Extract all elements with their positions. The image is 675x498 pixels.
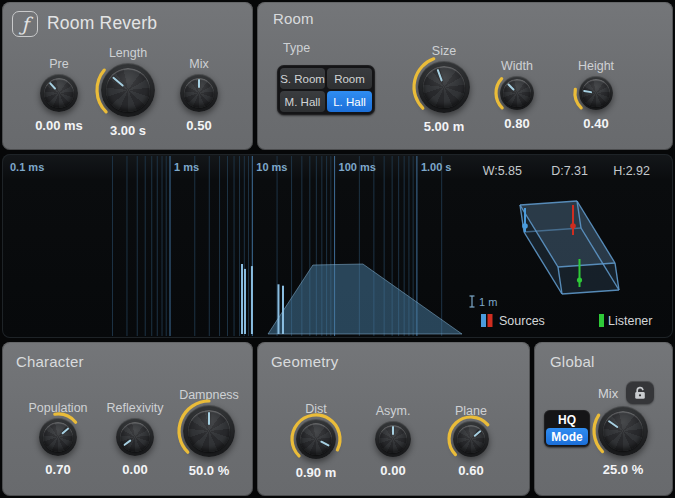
dampness-knob[interactable] xyxy=(183,405,235,457)
time-axis-labels: 0.1 ms1 ms10 ms100 ms1.00 s xyxy=(10,161,451,173)
asym-knob[interactable] xyxy=(375,421,411,457)
width-knob-group: Width 0.80 xyxy=(472,59,562,131)
panel-global: Global Mix HQ Mode 25.0 % xyxy=(534,342,673,496)
svg-text:W:5.85: W:5.85 xyxy=(483,164,522,178)
asym-knob-group: Asym. 0.00 xyxy=(348,404,438,478)
panel-room-reverb: ƒ Room Reverb Pre 0.00 ms Length 3.00 s … xyxy=(2,2,253,150)
listener-legend-label: Listener xyxy=(608,314,652,328)
room-box-front-face xyxy=(558,263,619,294)
height-knob-group: Height 0.40 xyxy=(551,59,641,131)
population-knob[interactable] xyxy=(39,418,77,456)
svg-text:D:7.31: D:7.31 xyxy=(551,164,588,178)
global-mix-knob[interactable] xyxy=(598,406,648,456)
pre-knob[interactable] xyxy=(40,74,78,112)
asym-knob-label: Asym. xyxy=(376,404,411,421)
knob-pointer xyxy=(588,396,658,466)
svg-text:0.1 ms: 0.1 ms xyxy=(10,161,44,173)
scale-indicator: 1 m xyxy=(470,296,498,308)
width-knob-value: 0.80 xyxy=(504,116,529,131)
global-mix-knob-group: 25.0 % xyxy=(578,406,668,477)
room-type-label: Type xyxy=(283,41,310,55)
svg-text:10 ms: 10 ms xyxy=(256,161,287,173)
mix-knob-label: Mix xyxy=(189,57,208,74)
geometry-panel-title: Geometry xyxy=(271,353,338,370)
room-type-s-room-button[interactable]: S. Room xyxy=(280,68,325,89)
reflexivity-knob-value: 0.00 xyxy=(122,462,147,477)
height-knob-value: 0.40 xyxy=(583,116,608,131)
svg-text:1 m: 1 m xyxy=(479,296,497,308)
source-marker-dot xyxy=(570,223,576,229)
room-reverb-plugin-window: ƒ Room Reverb Pre 0.00 ms Length 3.00 s … xyxy=(0,0,675,498)
knob-pointer xyxy=(576,73,615,112)
mix-knob[interactable] xyxy=(180,74,218,112)
global-mix-knob-value: 25.0 % xyxy=(603,462,643,477)
listener-legend-swatch xyxy=(599,314,604,327)
fender-logo-glyph: ƒ xyxy=(21,13,28,35)
room-type-m-hall-button[interactable]: M. Hall xyxy=(280,91,325,112)
plane-knob-value: 0.60 xyxy=(458,463,483,478)
knob-pointer xyxy=(183,405,235,457)
sources-legend-swatch xyxy=(488,314,493,327)
svg-text:1.00 s: 1.00 s xyxy=(421,161,452,173)
legend: SourcesListener xyxy=(481,314,652,328)
knob-pointer xyxy=(493,69,541,117)
knob-pointer xyxy=(32,66,86,120)
panel-geometry: Geometry Dist 0.90 m Asym. 0.00 Plane 0.… xyxy=(257,342,530,496)
fender-logo: ƒ xyxy=(12,11,38,37)
mix-knob-group: Mix 0.50 xyxy=(154,57,244,133)
knob-pointer xyxy=(289,412,343,466)
panel-room: Room Type S. Room Room M. Hall L. Hall S… xyxy=(257,2,673,150)
dampness-knob-group: Dampness 50.0 % xyxy=(164,388,254,478)
length-knob[interactable] xyxy=(101,63,155,117)
knob-pointer xyxy=(446,414,497,465)
pre-knob-value: 0.00 ms xyxy=(35,118,83,133)
population-knob-value: 0.70 xyxy=(45,462,70,477)
character-panel-title: Character xyxy=(16,353,84,370)
room-3d-preview xyxy=(520,201,619,294)
size-knob-value: 5.00 m xyxy=(424,119,464,134)
dampness-knob-value: 50.0 % xyxy=(189,463,229,478)
knob-pointer xyxy=(180,74,218,112)
ir-and-room-display[interactable]: 0.1 ms1 ms10 ms100 ms1.00 sW:5.85D:7.31H… xyxy=(2,154,673,338)
room-dimensions-readout: W:5.85D:7.31H:2.92 xyxy=(483,164,650,178)
plugin-title: Room Reverb xyxy=(47,13,157,34)
panel-character: Character Population 0.70 Reflexivity 0.… xyxy=(2,342,253,496)
knob-pointer xyxy=(411,54,478,121)
svg-text:1 ms: 1 ms xyxy=(174,161,199,173)
lock-button[interactable] xyxy=(626,381,654,404)
mix-knob-value: 0.50 xyxy=(186,118,211,133)
reverb-envelope xyxy=(268,264,462,334)
svg-text:100 ms: 100 ms xyxy=(339,161,376,173)
room-type-selector: S. Room Room M. Hall L. Hall xyxy=(277,65,375,115)
knob-pointer xyxy=(108,410,161,463)
panel-visualizer: 0.1 ms1 ms10 ms100 ms1.00 sW:5.85D:7.31H… xyxy=(2,154,673,338)
open-lock-icon xyxy=(632,385,648,401)
width-knob[interactable] xyxy=(500,76,534,110)
reflexivity-knob[interactable] xyxy=(116,418,154,456)
room-type-room-button[interactable]: Room xyxy=(327,68,372,89)
plane-knob-group: Plane 0.60 xyxy=(426,404,516,478)
height-knob[interactable] xyxy=(579,76,613,110)
size-knob[interactable] xyxy=(418,61,470,113)
sources-legend-swatch xyxy=(481,314,486,327)
dist-knob[interactable] xyxy=(296,419,336,459)
listener-marker-dot xyxy=(577,277,582,282)
global-panel-title: Global xyxy=(550,353,595,370)
room-type-l-hall-button[interactable]: L. Hall xyxy=(327,91,372,112)
room-panel-title: Room xyxy=(273,10,314,27)
svg-text:H:2.92: H:2.92 xyxy=(613,164,650,178)
asym-knob-value: 0.00 xyxy=(380,463,405,478)
plane-knob[interactable] xyxy=(453,421,489,457)
knob-pointer xyxy=(375,421,411,457)
source-marker-dot xyxy=(522,223,528,229)
sources-legend-label: Sources xyxy=(499,314,545,328)
knob-pointer xyxy=(31,410,85,464)
dampness-knob-label: Dampness xyxy=(179,388,239,405)
dist-knob-value: 0.90 m xyxy=(296,465,336,480)
